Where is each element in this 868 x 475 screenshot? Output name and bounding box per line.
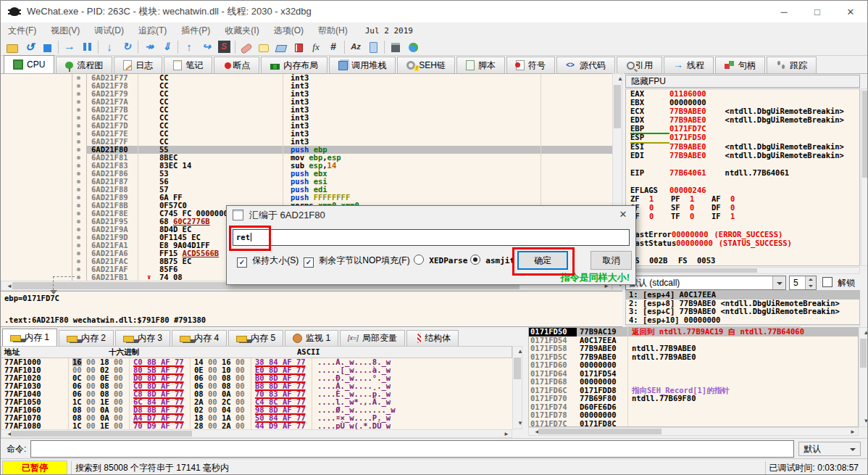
- register-row[interactable]: [626, 220, 859, 229]
- breakpoint-dot-cell[interactable]: [72, 106, 87, 114]
- dump-tab-内存-2[interactable]: 内存 2: [59, 330, 114, 346]
- dialog-close-icon[interactable]: ✕: [615, 207, 631, 222]
- run-to-user-code-button[interactable]: [158, 39, 175, 55]
- breakpoint-dot-cell[interactable]: [72, 114, 87, 122]
- stack-row[interactable]: 0171FD5877B9ABE0ntdll.77B9ABE0: [529, 344, 858, 353]
- register-row[interactable]: EDI77B9ABE0<ntdll.DbgUiRemoteBreakin>: [626, 151, 859, 160]
- menu-item-8[interactable]: 帮助(H): [311, 25, 355, 37]
- tab-source[interactable]: 源代码: [556, 57, 615, 73]
- modules-button[interactable]: [364, 39, 382, 55]
- calculator-button[interactable]: [387, 39, 404, 55]
- breakpoint-dot-cell[interactable]: [72, 154, 87, 162]
- tab-threads[interactable]: 线程: [664, 57, 714, 73]
- breakpoint-dot-cell[interactable]: [72, 138, 87, 146]
- assemble-instruction-input[interactable]: ret: [233, 229, 630, 246]
- scylla-button[interactable]: [215, 39, 233, 55]
- cancel-button[interactable]: 取消: [591, 251, 632, 270]
- tab-handles[interactable]: 句柄: [715, 57, 765, 73]
- chevron-down-icon[interactable]: [772, 276, 785, 289]
- breakpoint-dot-cell[interactable]: [72, 162, 87, 170]
- stack-row[interactable]: 0171FD5077B9AC19返回到 ntdll.77B9AC19 自 ntd…: [529, 328, 858, 336]
- register-row[interactable]: EFLAGS00000246: [626, 186, 859, 194]
- dump-vscrollbar[interactable]: ▲▼: [512, 346, 522, 429]
- stack-row[interactable]: 0171FD640171FD54: [529, 370, 858, 379]
- breakpoint-dot-cell[interactable]: [72, 186, 87, 194]
- stack-vscrollbar[interactable]: ▲▼: [859, 327, 868, 427]
- step-out-button[interactable]: [180, 39, 198, 55]
- tab-graph[interactable]: 流程图: [56, 57, 112, 73]
- memory-dump-view[interactable]: 77AF100016 00 18 00C0 8B AF 7714 00 16 0…: [1, 358, 512, 429]
- breakpoint-dot-cell[interactable]: [72, 122, 87, 130]
- breakpoint-dot-cell[interactable]: [72, 218, 87, 226]
- dump-tab-内存-5[interactable]: 内存 5: [228, 330, 283, 346]
- step-into-button[interactable]: [101, 39, 118, 55]
- register-row[interactable]: LastError00000000(ERROR_SUCCESS): [626, 230, 859, 239]
- dump-tab-内存-1[interactable]: 内存 1: [2, 329, 57, 346]
- breakpoint-dot-cell[interactable]: [72, 90, 87, 98]
- stack-row[interactable]: 0171FD7077B69F80ntdll.77B69F80: [529, 395, 858, 403]
- menu-item-2[interactable]: 视图(V): [43, 25, 87, 37]
- menu-item-5[interactable]: 插件(P): [174, 25, 217, 37]
- breakpoint-dot-cell[interactable]: [72, 146, 87, 154]
- tab-memmap[interactable]: 内存布局: [261, 57, 327, 73]
- run-button[interactable]: [61, 39, 78, 55]
- maximize-button[interactable]: □: [801, 1, 834, 22]
- register-row[interactable]: LastStatus00000000(STATUS_SUCCESS): [626, 239, 859, 247]
- register-row[interactable]: ECX77B9ABE0<ntdll.DbgUiRemoteBreakin>: [626, 107, 859, 115]
- register-row[interactable]: ESI77B9ABE0<ntdll.DbgUiRemoteBreakin>: [626, 142, 859, 151]
- nop-fill-checkbox[interactable]: [304, 257, 314, 268]
- breakpoint-dot-cell[interactable]: [72, 178, 87, 186]
- register-row[interactable]: CF0TF0IF1: [626, 212, 859, 220]
- stack-arguments-view[interactable]: 1: [esp+4] A0C17EEA2: [esp+8] 77B9ABE0 <…: [625, 290, 860, 325]
- menu-item-7[interactable]: 选项(O): [267, 25, 311, 37]
- tab-seh[interactable]: SEH链: [397, 57, 455, 73]
- comments-button[interactable]: [255, 39, 272, 55]
- dump-hscrollbar[interactable]: ◄►: [1, 429, 512, 438]
- registers-view[interactable]: EAX01186000EBX00000000ECX77B9ABE0<ntdll.…: [625, 88, 860, 266]
- register-row[interactable]: [626, 247, 859, 256]
- xedparse-radio[interactable]: [414, 255, 424, 265]
- breakpoint-dot-cell[interactable]: [72, 74, 87, 82]
- breakpoint-dot-cell[interactable]: [72, 234, 87, 241]
- registers-hscrollbar[interactable]: [625, 267, 860, 274]
- minimize-button[interactable]: ─: [767, 1, 801, 22]
- register-row[interactable]: ZF1PF1AF0: [626, 194, 859, 203]
- menu-item-6[interactable]: 收藏夹(I): [217, 25, 266, 37]
- keep-size-checkbox[interactable]: [237, 257, 247, 268]
- tab-notes[interactable]: 笔记: [164, 57, 212, 73]
- labels-button[interactable]: [272, 39, 290, 55]
- dump-tab-监视-1[interactable]: 监视 1: [285, 330, 338, 346]
- arg-count-stepper[interactable]: 5: [789, 276, 817, 290]
- go-to-user-button[interactable]: [198, 39, 215, 55]
- stack-row[interactable]: 0171FD6000000000: [529, 361, 858, 370]
- tab-trace[interactable]: 跟踪: [767, 57, 817, 73]
- argument-row[interactable]: 4: [esp+10] 00000000: [626, 316, 859, 325]
- ok-button[interactable]: 确定: [517, 251, 568, 270]
- register-row[interactable]: EIP77B64061ntdll.77B64061: [626, 168, 859, 177]
- restart-button[interactable]: [21, 39, 38, 55]
- command-input[interactable]: [30, 440, 794, 458]
- bookmarks-button[interactable]: [290, 39, 307, 55]
- tab-log[interactable]: 日志: [114, 57, 162, 73]
- patches-button[interactable]: [238, 39, 255, 55]
- breakpoint-dot-cell[interactable]: [72, 98, 87, 106]
- dump-tab-结构体[interactable]: 结构体: [406, 330, 459, 346]
- calling-convention-select[interactable]: 默认 (stdcall): [625, 276, 786, 290]
- execute-till-return-button[interactable]: [141, 39, 158, 55]
- register-row[interactable]: OF0SF0DF0: [626, 203, 859, 212]
- pause-button[interactable]: [78, 39, 96, 55]
- breakpoint-dot-cell[interactable]: [72, 265, 87, 273]
- breakpoint-dot-cell[interactable]: [72, 194, 87, 202]
- dump-tab-局部变量[interactable]: 局部变量: [340, 330, 405, 346]
- stop-button[interactable]: [38, 39, 56, 55]
- xedparse-option[interactable]: XEDParse: [414, 255, 467, 265]
- tab-symbols[interactable]: 符号: [506, 57, 555, 73]
- command-profile-select[interactable]: 默认: [798, 442, 861, 456]
- dump-tab-内存-4[interactable]: 内存 4: [172, 330, 227, 346]
- open-file-button[interactable]: [4, 39, 21, 55]
- hide-fpu-button[interactable]: 隐藏FPU: [625, 75, 860, 88]
- tab-script[interactable]: 脚本: [456, 57, 505, 73]
- register-row[interactable]: EBX00000000: [626, 98, 859, 107]
- breakpoint-dot-cell[interactable]: [72, 202, 87, 210]
- dump-row[interactable]: 77AF10801C 00 1E 0070 D9 AF 7728 00 2A 0…: [1, 422, 512, 429]
